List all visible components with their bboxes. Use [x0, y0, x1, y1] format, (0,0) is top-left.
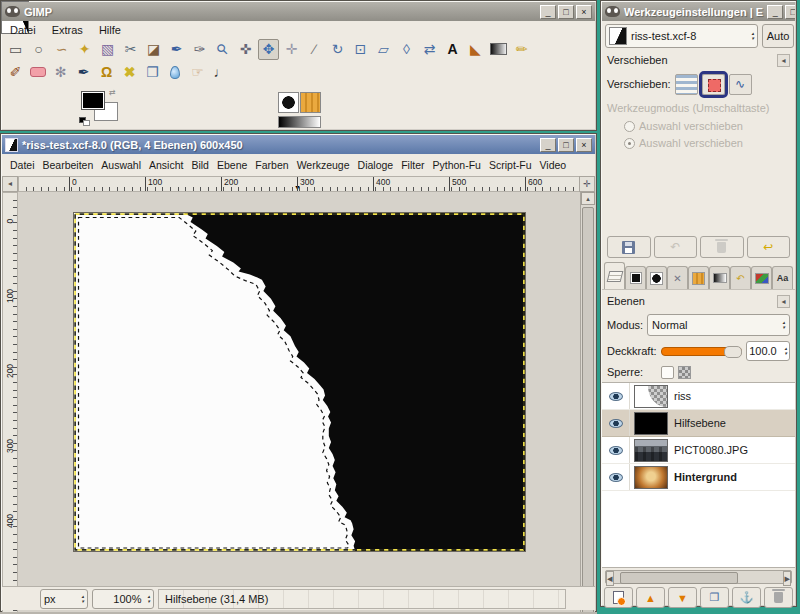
- perspective-clone-tool[interactable]: ❐: [142, 62, 163, 83]
- swap-colors-icon[interactable]: ⇄: [109, 88, 116, 97]
- image-menu-button[interactable]: ◂: [2, 176, 18, 192]
- lower-layer-button[interactable]: ▼: [668, 587, 697, 608]
- menu-python-fu[interactable]: Python-Fu: [433, 159, 481, 171]
- heal-tool[interactable]: ✖: [119, 62, 140, 83]
- paintbrush-tool[interactable]: ✐: [5, 62, 26, 83]
- active-brush-indicator[interactable]: [278, 92, 299, 113]
- gradient-tool[interactable]: [490, 43, 507, 55]
- layer-row-Hilfsebene[interactable]: Hilfsebene: [602, 410, 795, 437]
- menu-video[interactable]: Video: [540, 159, 567, 171]
- tab-tools[interactable]: ✕: [667, 266, 688, 289]
- visibility-cell[interactable]: [602, 383, 630, 409]
- eye-icon[interactable]: [609, 419, 623, 428]
- spin-down-icon[interactable]: ▾: [782, 325, 785, 330]
- bucket-fill-tool[interactable]: ◣: [465, 39, 486, 60]
- zoom-tool[interactable]: ⚲: [208, 35, 238, 65]
- layer-row-riss[interactable]: riss: [602, 383, 795, 410]
- canvas-area[interactable]: [18, 192, 582, 614]
- measure-tool[interactable]: ✜: [235, 39, 256, 60]
- unit-select[interactable]: px ▴▾: [40, 589, 88, 609]
- minimize-button[interactable]: _: [540, 138, 556, 152]
- tab-brushes[interactable]: [646, 266, 667, 289]
- menu-extras[interactable]: Extras: [52, 24, 83, 36]
- save-options-button[interactable]: [607, 236, 651, 258]
- vertical-scrollbar[interactable]: ▴ ▾: [580, 192, 595, 614]
- active-gradient-indicator[interactable]: [278, 116, 321, 128]
- eye-icon[interactable]: [609, 473, 623, 482]
- opacity-spinbox[interactable]: 100.0 ▴▾: [746, 341, 790, 361]
- move-layer-toggle[interactable]: [675, 74, 698, 95]
- paths-tool[interactable]: ✒: [166, 39, 187, 60]
- dodge-burn-tool[interactable]: ♩: [210, 62, 231, 83]
- blur-sharpen-tool[interactable]: [170, 66, 180, 79]
- rect-select-tool[interactable]: ▭: [5, 39, 26, 60]
- delete-options-button[interactable]: [700, 236, 744, 258]
- foreground-color-swatch[interactable]: [81, 91, 105, 110]
- scroll-up-icon[interactable]: ▴: [581, 192, 595, 205]
- align-tool[interactable]: ✛: [281, 39, 302, 60]
- pencil-tool[interactable]: ✏: [511, 39, 532, 60]
- zoom-select[interactable]: 100% ▴▾: [92, 589, 154, 609]
- restore-options-button[interactable]: ↶: [654, 236, 698, 258]
- menu-bild[interactable]: Bild: [191, 159, 209, 171]
- tab-patterns[interactable]: [688, 266, 709, 289]
- flip-tool[interactable]: ⇄: [419, 39, 440, 60]
- dock-titlebar[interactable]: Werkzeugeinstellungen | E _ □ ×: [602, 2, 795, 21]
- eraser-tool[interactable]: [30, 67, 46, 77]
- close-button[interactable]: ×: [576, 5, 592, 19]
- shear-tool[interactable]: ▱: [373, 39, 394, 60]
- perspective-tool[interactable]: ◊: [396, 39, 417, 60]
- collapse-section-icon[interactable]: ◂: [777, 54, 790, 67]
- anchor-layer-button[interactable]: ⚓: [732, 587, 761, 608]
- maximize-button[interactable]: □: [785, 5, 795, 19]
- image-selector-dropdown[interactable]: riss-test.xcf-8 ▴▾: [605, 24, 758, 48]
- foreground-select-tool[interactable]: ◪: [143, 39, 164, 60]
- horizontal-ruler[interactable]: ▼ 0100200300400500600: [18, 176, 582, 192]
- close-button[interactable]: ×: [576, 138, 592, 152]
- eye-icon[interactable]: [609, 392, 623, 401]
- visibility-cell[interactable]: [602, 464, 630, 490]
- layer-mode-dropdown[interactable]: Normal ▴▾: [647, 314, 790, 336]
- reset-options-button[interactable]: ↩: [747, 236, 791, 258]
- navigation-button[interactable]: ✛: [579, 176, 595, 192]
- move-tool[interactable]: ✥: [258, 39, 279, 60]
- color-area[interactable]: ⇄: [81, 91, 131, 129]
- lock-alpha-checkbox[interactable]: [661, 366, 674, 379]
- default-colors-icon[interactable]: [79, 117, 90, 126]
- menu-ebene[interactable]: Ebene: [217, 159, 247, 171]
- layer-row-PICT0080.JPG[interactable]: PICT0080.JPG: [602, 437, 795, 464]
- radio-move-selection-1[interactable]: Auswahl verschieben: [602, 118, 795, 134]
- eye-icon[interactable]: [609, 446, 623, 455]
- menu-script-fu[interactable]: Script-Fu: [489, 159, 532, 171]
- image-window-titlebar[interactable]: *riss-test.xcf-8.0 (RGB, 4 Ebenen) 600x4…: [2, 135, 595, 154]
- menu-auswahl[interactable]: Auswahl: [101, 159, 141, 171]
- layer-row-Hintergrund[interactable]: Hintergrund: [602, 464, 795, 491]
- active-pattern-indicator[interactable]: [300, 92, 321, 113]
- radio-move-selection-2[interactable]: Auswahl verschieben: [602, 135, 795, 151]
- menu-farben[interactable]: Farben: [255, 159, 288, 171]
- scroll-right-icon[interactable]: ▸: [783, 571, 791, 586]
- menu-dialoge[interactable]: Dialoge: [358, 159, 394, 171]
- free-select-tool[interactable]: ∽: [51, 39, 72, 60]
- new-layer-button[interactable]: [604, 587, 633, 608]
- radio-icon-selected[interactable]: [624, 138, 635, 149]
- menu-bearbeiten[interactable]: Bearbeiten: [43, 159, 94, 171]
- menu-ansicht[interactable]: Ansicht: [149, 159, 183, 171]
- fuzzy-select-tool[interactable]: ✦: [74, 39, 95, 60]
- maximize-button[interactable]: □: [558, 138, 574, 152]
- vertical-scroll-thumb[interactable]: [582, 207, 594, 614]
- menu-werkzeuge[interactable]: Werkzeuge: [297, 159, 350, 171]
- scroll-left-icon[interactable]: ◂: [606, 571, 614, 586]
- select-by-color-tool[interactable]: ▧: [97, 39, 118, 60]
- menu-filter[interactable]: Filter: [401, 159, 424, 171]
- minimize-button[interactable]: _: [767, 5, 783, 19]
- scissors-select-tool[interactable]: ✂: [120, 39, 141, 60]
- radio-icon[interactable]: [624, 121, 635, 132]
- spin-down-icon[interactable]: ▾: [147, 599, 150, 604]
- tab-layers[interactable]: [604, 262, 625, 289]
- move-selection-toggle[interactable]: [702, 74, 725, 95]
- tab-images[interactable]: [751, 266, 772, 289]
- clone-tool[interactable]: Ω: [96, 62, 117, 83]
- tab-colors[interactable]: [625, 266, 646, 289]
- ellipse-select-tool[interactable]: ○: [28, 39, 49, 60]
